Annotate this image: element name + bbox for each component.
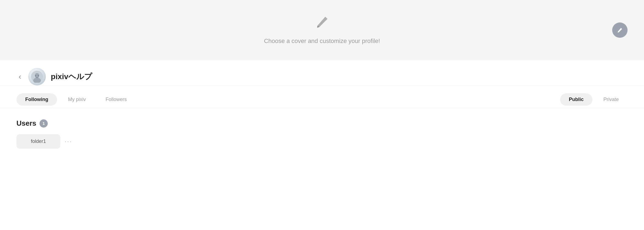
- tabs-row: Following My pixiv Followers Public Priv…: [0, 93, 644, 108]
- content-area: Users 1 folder1 ···: [0, 108, 644, 160]
- tab-private[interactable]: Private: [595, 93, 628, 106]
- cover-text: Choose a cover and customize your profil…: [264, 38, 380, 45]
- more-options-button[interactable]: ···: [65, 138, 72, 145]
- tab-mypixiv[interactable]: My pixiv: [59, 93, 95, 106]
- folder-label[interactable]: folder1: [16, 134, 60, 149]
- profile-section: ‹ pixivヘルプ: [0, 60, 644, 86]
- cover-section: Choose a cover and customize your profil…: [0, 0, 644, 60]
- section-header: Users 1: [16, 119, 628, 128]
- tabs-right: Public Private: [560, 93, 628, 106]
- section-count-badge: 1: [39, 119, 48, 128]
- folder-item: folder1 ···: [16, 134, 628, 149]
- tab-public[interactable]: Public: [560, 93, 592, 106]
- edit-profile-button[interactable]: [612, 22, 628, 38]
- svg-point-4: [38, 75, 39, 76]
- tab-following[interactable]: Following: [16, 93, 57, 106]
- cover-pencil-icon: [315, 16, 329, 33]
- svg-point-1: [35, 73, 39, 77]
- username: pixivヘルプ: [51, 71, 92, 82]
- back-button[interactable]: ‹: [16, 72, 23, 82]
- avatar: [28, 68, 46, 85]
- svg-point-3: [35, 75, 36, 76]
- tab-followers[interactable]: Followers: [97, 93, 135, 106]
- section-title-text: Users: [16, 119, 36, 128]
- tabs-left: Following My pixiv Followers: [16, 93, 560, 106]
